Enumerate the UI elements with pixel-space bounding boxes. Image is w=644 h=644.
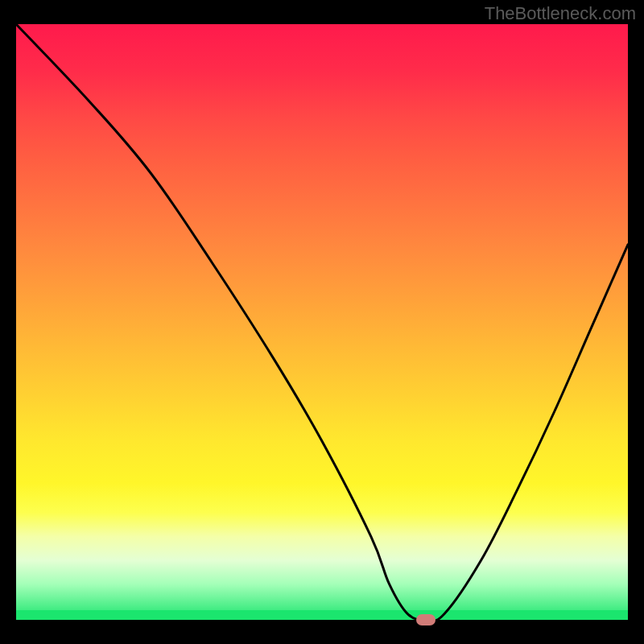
chart-line-path bbox=[16, 24, 628, 621]
chart-line-svg bbox=[16, 24, 628, 620]
watermark-text: TheBottleneck.com bbox=[485, 3, 636, 24]
chart-container: TheBottleneck.com bbox=[0, 0, 644, 644]
chart-minimum-marker bbox=[416, 614, 436, 625]
